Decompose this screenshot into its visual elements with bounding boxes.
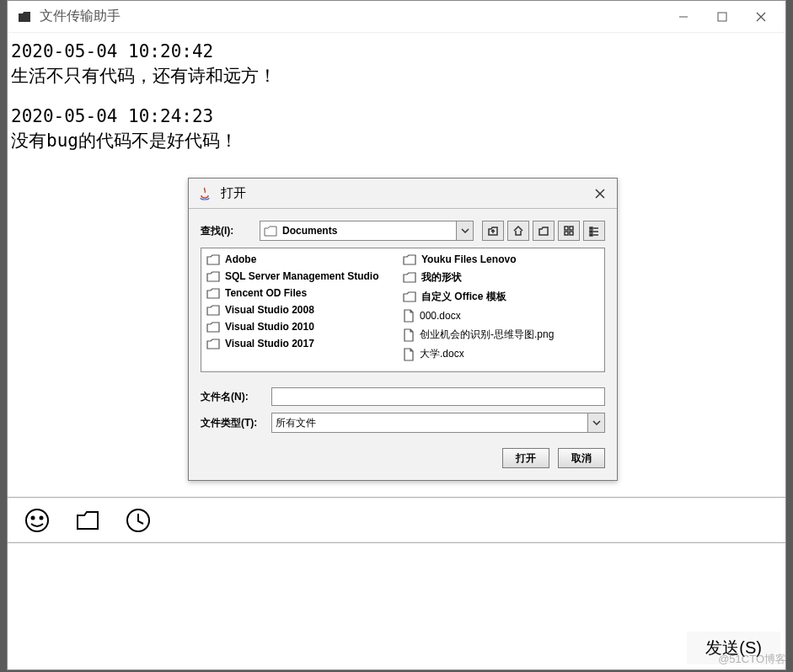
filename-row: 文件名(N): [201,387,605,406]
title-bar: 文件传输助手 [8,1,785,33]
folder-icon [206,322,220,333]
lookin-row: 查找(I): Documents [201,221,605,241]
close-button[interactable] [742,4,780,29]
chevron-down-icon[interactable] [456,221,473,240]
filename-input[interactable] [271,387,605,406]
maximize-button[interactable] [703,4,742,29]
folder-item[interactable]: Visual Studio 2010 [206,321,403,333]
location-select[interactable]: Documents [260,221,474,241]
folder-icon [206,271,220,282]
document-icon [403,309,415,323]
folder-icon [206,288,220,299]
up-folder-button[interactable] [482,221,504,241]
java-icon [197,186,212,201]
svg-rect-1 [718,13,726,21]
item-label: 我的形状 [421,270,462,285]
app-folder-icon [18,11,31,23]
svg-rect-13 [570,232,573,235]
folder-icon [206,339,220,349]
list-view-button[interactable] [558,221,580,241]
input-toolbar [8,498,785,543]
dialog-title-bar: 打开 [189,179,617,209]
dialog-button-row: 打开 取消 [201,448,605,468]
folder-item[interactable]: 自定义 Office 模板 [403,290,599,304]
message-timestamp: 2020-05-04 10:24:23 [11,104,782,129]
message-timestamp: 2020-05-04 10:20:42 [11,40,782,64]
svg-point-5 [32,516,35,519]
new-folder-button[interactable] [533,221,555,241]
item-label: 大学.docx [420,347,464,361]
folder-item[interactable]: SQL Server Management Studio [206,270,403,282]
folder-icon [403,254,416,265]
file-open-dialog: 打开 查找(I): Documents [188,178,618,481]
item-label: 自定义 Office 模板 [421,290,506,304]
send-bar: 发送(S) [687,632,780,664]
filetype-value: 所有文件 [276,416,316,430]
history-button[interactable] [124,506,153,535]
file-list[interactable]: AdobeSQL Server Management StudioTencent… [201,248,605,372]
folder-item[interactable]: Tencent OD Files [206,287,403,299]
item-label: Visual Studio 2010 [225,321,314,333]
item-label: Visual Studio 2008 [225,304,314,316]
location-text: Documents [282,225,451,237]
folder-icon [264,226,277,237]
view-buttons [482,221,605,241]
folder-item[interactable]: 我的形状 [403,270,599,285]
details-view-button[interactable] [583,221,605,241]
document-icon [403,348,415,361]
home-button[interactable] [507,221,529,241]
document-icon [403,328,415,342]
filetype-row: 文件类型(T): 所有文件 [201,413,605,433]
filetype-select[interactable]: 所有文件 [271,413,605,433]
window-title: 文件传输助手 [40,8,656,25]
svg-rect-11 [570,227,573,230]
dialog-title: 打开 [221,185,583,201]
svg-rect-10 [565,227,568,230]
message-text: 没有bug的代码不是好代码！ [11,129,782,153]
dialog-close-button[interactable] [592,185,608,202]
item-label: 000.docx [420,310,461,322]
folder-item[interactable]: Visual Studio 2017 [206,338,403,349]
lookin-label: 查找(I): [201,224,251,238]
minimize-button[interactable] [664,4,703,29]
file-list-col2: Youku Files Lenovo我的形状自定义 Office 模板000.d… [403,253,599,366]
folder-icon [403,291,416,302]
filename-label: 文件名(N): [201,390,263,404]
input-area[interactable]: 发送(S) [8,543,785,669]
folder-icon [206,254,220,265]
cancel-button[interactable]: 取消 [558,448,605,468]
svg-rect-14 [590,227,592,229]
filetype-label: 文件类型(T): [201,416,263,430]
file-item[interactable]: 000.docx [403,309,599,323]
svg-rect-12 [565,232,568,235]
svg-rect-16 [590,231,592,232]
folder-item[interactable]: Adobe [206,253,403,265]
message-text: 生活不只有代码，还有诗和远方！ [11,64,782,88]
svg-point-4 [26,509,48,531]
window-controls [664,4,780,29]
dialog-body: 查找(I): Documents AdobeSQL Server Managem… [189,209,617,480]
file-item[interactable]: 创业机会的识别-思维导图.png [403,328,599,342]
folder-item[interactable]: Youku Files Lenovo [403,253,599,265]
chevron-down-icon[interactable] [587,413,604,432]
item-label: Adobe [225,253,256,265]
svg-point-6 [40,516,43,519]
emoji-button[interactable] [23,506,51,535]
file-button[interactable] [73,506,102,535]
file-list-col1: AdobeSQL Server Management StudioTencent… [206,253,403,366]
item-label: 创业机会的识别-思维导图.png [420,328,554,342]
folder-icon [403,272,416,283]
message-block: 2020-05-04 10:20:42 生活不只有代码，还有诗和远方！ [11,40,782,89]
svg-rect-18 [590,234,592,236]
item-label: Youku Files Lenovo [421,253,516,265]
message-block: 2020-05-04 10:24:23 没有bug的代码不是好代码！ [11,104,782,154]
open-button[interactable]: 打开 [502,448,549,468]
file-item[interactable]: 大学.docx [403,347,599,361]
send-button[interactable]: 发送(S) [687,632,780,664]
item-label: SQL Server Management Studio [225,270,379,282]
folder-item[interactable]: Visual Studio 2008 [206,304,403,316]
folder-icon [206,305,220,316]
item-label: Visual Studio 2017 [225,338,314,349]
item-label: Tencent OD Files [225,287,307,299]
